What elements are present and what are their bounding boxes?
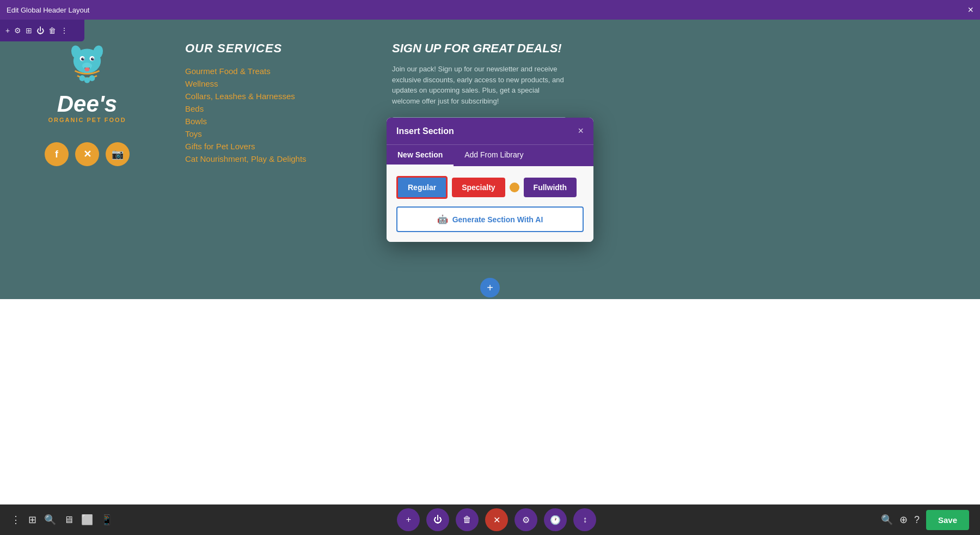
social-icons-row: f ✕ 📷 bbox=[45, 142, 130, 166]
bottom-left-tools: ⋮ ⊞ 🔍 🖥 ⬜ 📱 bbox=[11, 514, 113, 526]
bottom-add-button[interactable]: + bbox=[397, 508, 420, 531]
toolbar-add-icon[interactable]: + bbox=[5, 26, 10, 35]
bottom-power-button[interactable]: ⏻ bbox=[426, 508, 449, 531]
service-link-5[interactable]: Toys bbox=[185, 129, 348, 138]
ai-button-label: Generate Section With AI bbox=[452, 215, 543, 224]
toolbar-more-icon[interactable]: ⋮ bbox=[60, 26, 68, 35]
service-link-3[interactable]: Beds bbox=[185, 104, 348, 113]
modal-tabs: New Section Add From Library bbox=[387, 144, 593, 166]
section-type-row: Regular Specialty Fullwidth bbox=[396, 176, 584, 199]
bottom-right-tools: 🔍 ⊕ ? Save bbox=[881, 510, 969, 530]
left-column: Dee's ORGANIC PET FOOD f ✕ 📷 bbox=[33, 41, 142, 166]
tab-new-section[interactable]: New Section bbox=[387, 145, 454, 166]
generate-ai-button[interactable]: 🤖 Generate Section With AI bbox=[396, 206, 584, 232]
main-content: Dee's ORGANIC PET FOOD f ✕ 📷 OUR SERVICE… bbox=[0, 20, 980, 535]
svg-point-8 bbox=[93, 58, 94, 59]
save-button[interactable]: Save bbox=[926, 510, 969, 530]
signup-description: Join our pack! Sign up for our newslette… bbox=[392, 64, 566, 106]
services-heading: OUR SERVICES bbox=[185, 41, 348, 56]
brand-name: Dee's bbox=[57, 93, 117, 115]
modal-header: Insert Section × bbox=[387, 118, 593, 144]
specialty-indicator-dot bbox=[510, 183, 519, 192]
fullwidth-section-button[interactable]: Fullwidth bbox=[524, 178, 577, 197]
add-section-plus-button[interactable]: + bbox=[480, 278, 500, 297]
toolbar-power-icon[interactable]: ⏻ bbox=[36, 26, 44, 35]
page-area: Dee's ORGANIC PET FOOD f ✕ 📷 OUR SERVICE… bbox=[0, 20, 980, 299]
service-link-2[interactable]: Collars, Leashes & Harnesses bbox=[185, 92, 348, 101]
toolbar-settings-icon[interactable]: ⚙ bbox=[14, 26, 21, 35]
modal-title: Insert Section bbox=[396, 126, 454, 136]
bottom-more-icon[interactable]: ⋮ bbox=[11, 514, 21, 526]
bottom-help-icon[interactable]: ? bbox=[914, 514, 920, 526]
modal-body: Regular Specialty Fullwidth 🤖 Generate S… bbox=[387, 166, 593, 242]
logo-area: Dee's ORGANIC PET FOOD bbox=[48, 41, 126, 123]
specialty-section-button[interactable]: Specialty bbox=[452, 178, 505, 197]
bottom-toolbar: ⋮ ⊞ 🔍 🖥 ⬜ 📱 + ⏻ 🗑 ✕ ⚙ 🕐 ↕ 🔍 ⊕ ? Save bbox=[0, 504, 980, 535]
facebook-icon[interactable]: f bbox=[45, 142, 69, 166]
bottom-center-tools: + ⏻ 🗑 ✕ ⚙ 🕐 ↕ bbox=[113, 508, 881, 531]
bottom-close-button[interactable]: ✕ bbox=[485, 508, 508, 531]
service-link-6[interactable]: Gifts for Pet Lovers bbox=[185, 142, 348, 151]
bottom-delete-button[interactable]: 🗑 bbox=[456, 508, 479, 531]
signup-heading: SIGN UP FOR GREAT DEALS! bbox=[392, 41, 566, 56]
services-column: OUR SERVICES Gourmet Food & Treats Welln… bbox=[185, 41, 348, 167]
bottom-search-icon[interactable]: 🔍 bbox=[44, 514, 56, 526]
svg-point-15 bbox=[89, 75, 95, 81]
bottom-settings-button[interactable]: ⚙ bbox=[514, 508, 537, 531]
bottom-history-button[interactable]: 🕐 bbox=[544, 508, 567, 531]
svg-point-12 bbox=[84, 68, 89, 71]
service-link-1[interactable]: Wellness bbox=[185, 79, 348, 88]
modal-close-button[interactable]: × bbox=[578, 125, 584, 137]
bottom-resize-button[interactable]: ↕ bbox=[573, 508, 596, 531]
white-content-section bbox=[0, 299, 980, 535]
insert-section-modal: Insert Section × New Section Add From Li… bbox=[387, 118, 593, 242]
service-link-7[interactable]: Cat Nourishment, Play & Delights bbox=[185, 154, 348, 163]
toolbar-delete-icon[interactable]: 🗑 bbox=[48, 26, 56, 35]
service-link-4[interactable]: Bowls bbox=[185, 117, 348, 126]
bottom-desktop-icon[interactable]: 🖥 bbox=[64, 514, 74, 526]
close-window-button[interactable]: × bbox=[967, 4, 973, 16]
svg-point-7 bbox=[83, 58, 84, 59]
service-link-0[interactable]: Gourmet Food & Treats bbox=[185, 66, 348, 76]
svg-point-5 bbox=[81, 58, 84, 60]
logo-image bbox=[54, 41, 120, 93]
toolbar-layout-icon[interactable]: ⊞ bbox=[26, 26, 32, 35]
bottom-tablet-icon[interactable]: ⬜ bbox=[81, 514, 93, 526]
top-bar: Edit Global Header Layout × bbox=[0, 0, 980, 20]
instagram-icon[interactable]: 📷 bbox=[106, 142, 130, 166]
brand-subtitle: ORGANIC PET FOOD bbox=[48, 117, 126, 123]
editor-toolbar: + ⚙ ⊞ ⏻ 🗑 ⋮ bbox=[0, 20, 84, 41]
top-bar-title: Edit Global Header Layout bbox=[7, 6, 967, 14]
bottom-mobile-icon[interactable]: 📱 bbox=[101, 514, 113, 526]
regular-section-button[interactable]: Regular bbox=[396, 176, 448, 199]
bottom-grid-icon[interactable]: ⊞ bbox=[28, 514, 36, 526]
twitter-x-icon[interactable]: ✕ bbox=[75, 142, 99, 166]
bottom-zoom-icon[interactable]: 🔍 bbox=[881, 514, 893, 526]
tab-add-from-library[interactable]: Add From Library bbox=[454, 145, 534, 166]
ai-icon: 🤖 bbox=[437, 214, 448, 224]
svg-point-6 bbox=[91, 58, 94, 60]
bottom-expand-icon[interactable]: ⊕ bbox=[899, 514, 908, 526]
